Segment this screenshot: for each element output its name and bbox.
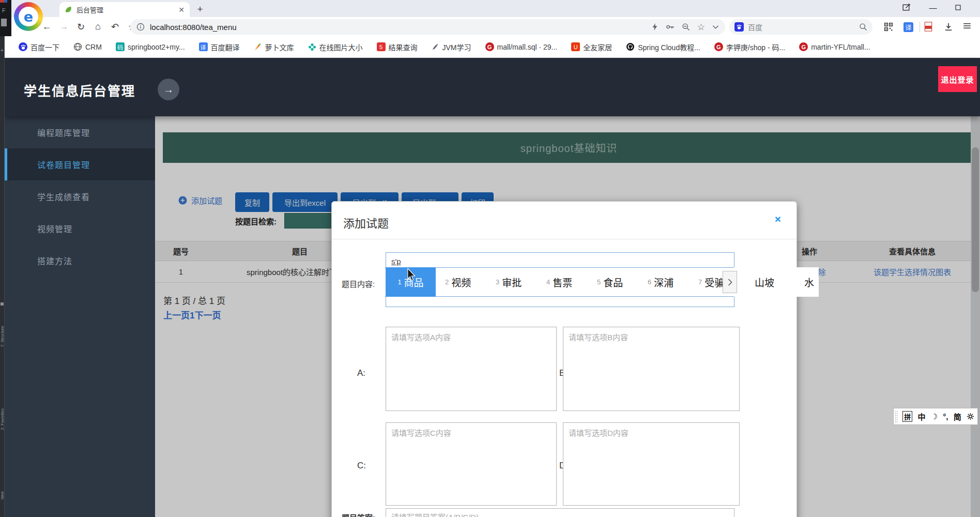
sidebar-item-setup-method[interactable]: 搭建方法 <box>5 245 155 277</box>
minimize-icon[interactable]: — <box>925 1 941 13</box>
ide-plus: + <box>1 48 4 53</box>
ime-settings-gear-icon[interactable] <box>967 413 974 420</box>
tab-close-icon[interactable]: ✕ <box>178 6 185 14</box>
sidebar-toggle-button[interactable]: → <box>158 79 179 100</box>
ide-tab-web[interactable]: Web <box>0 491 5 499</box>
ime-simplified-indicator[interactable]: 简 <box>954 411 961 422</box>
screen: 后台管理 ✕ + — ✕ ← → ↻ ⌂ ↶ ☆ localhost:8080/… <box>0 0 980 517</box>
ime-status-bar: 拼 中 ☽ °, 简 <box>893 408 978 425</box>
globe-icon <box>73 42 82 51</box>
answer-label: 题目答案: <box>342 512 375 517</box>
ide-tab-favorites[interactable]: 2: Favorites <box>0 408 5 430</box>
bookmark-item[interactable]: 5 结果查询 <box>377 42 418 52</box>
bookmark-label: 萝卜文库 <box>265 42 294 52</box>
qr-code-icon[interactable] <box>884 22 893 32</box>
bookmark-item[interactable]: 在线图片大小 <box>308 42 363 52</box>
bookmark-item[interactable]: 百度一下 <box>19 42 59 52</box>
ide-square-icon <box>1 302 4 306</box>
toolbar-divider <box>920 22 920 32</box>
ide-tab-structure[interactable]: 7: Structure <box>0 326 5 347</box>
ime-candidate[interactable]: 3审批 <box>496 267 522 297</box>
zoom-out-icon[interactable] <box>682 23 690 31</box>
forward-icon[interactable]: → <box>55 21 72 32</box>
option-c-textarea[interactable] <box>386 422 557 506</box>
carrot-icon <box>254 43 262 51</box>
bookmark-item[interactable]: 萝卜文库 <box>254 42 294 52</box>
baidu-paw-icon <box>19 42 27 51</box>
ime-candidate-more[interactable]: 水 <box>804 267 814 297</box>
bookmark-item[interactable]: 码 springboot2+my... <box>116 42 185 51</box>
bookmark-item[interactable]: G 李钾庚/shop - 码... <box>714 42 785 52</box>
ime-drag-handle[interactable] <box>895 410 897 423</box>
bookmark-item[interactable]: G mall/mall.sql · 29... <box>485 42 558 51</box>
sidebar-item-video-management[interactable]: 视频管理 <box>5 212 155 245</box>
bookmark-label: CRM <box>85 43 102 51</box>
modal-close-icon[interactable]: × <box>775 213 781 225</box>
close-window-icon[interactable]: ✕ <box>975 1 980 13</box>
ime-fullwidth-moon-icon[interactable]: ☽ <box>931 412 938 421</box>
ime-candidate[interactable]: 7受骗 <box>698 267 724 297</box>
download-icon[interactable] <box>944 22 953 32</box>
tab-title: 后台管理 <box>76 5 174 14</box>
bookmarks-bar: 百度一下 CRM 码 springboot2+my... 译 百度翻译 萝卜文库… <box>5 36 980 58</box>
option-d-textarea[interactable] <box>563 422 740 506</box>
translate-icon[interactable]: 译 <box>904 22 913 32</box>
feedback-icon[interactable] <box>898 1 914 13</box>
ime-chinese-mode[interactable]: 中 <box>917 411 925 422</box>
code-icon: 码 <box>116 42 125 51</box>
bookmark-item[interactable]: CRM <box>73 42 102 51</box>
sidebar-item-exam-questions[interactable]: 试卷题目管理 <box>5 148 155 180</box>
github-icon <box>626 42 635 51</box>
ime-candidate[interactable]: 4售票 <box>546 267 572 297</box>
ime-candidate[interactable]: 5食品 <box>597 267 623 297</box>
url-text[interactable]: localhost:8080/tea_menu <box>150 23 644 32</box>
ide-letter: F <box>2 7 6 13</box>
new-tab-button[interactable]: + <box>193 3 207 16</box>
ime-candidate-more[interactable]: 山坡 <box>755 267 774 297</box>
bookmark-item[interactable]: JVM学习 <box>432 42 471 52</box>
ime-candidate[interactable]: 6深浦 <box>648 267 673 297</box>
bookmark-label: Spring Cloud教程... <box>638 42 700 52</box>
home-icon[interactable]: ⌂ <box>89 21 106 32</box>
menu-icon[interactable] <box>962 21 972 31</box>
search-icon[interactable] <box>859 23 867 31</box>
reload-icon[interactable]: ↻ <box>72 21 89 33</box>
ime-punctuation-mode[interactable]: °, <box>943 412 948 421</box>
browser-tab-bar: 后台管理 ✕ + — ✕ <box>11 0 980 17</box>
option-a-textarea[interactable] <box>386 327 557 411</box>
address-bar[interactable]: localhost:8080/tea_menu ☆ <box>130 19 725 35</box>
sidebar-item-student-scores[interactable]: 学生成绩查看 <box>5 180 155 212</box>
browser-logo[interactable]: e <box>14 2 43 31</box>
ime-next-page-button[interactable] <box>723 271 737 293</box>
maximize-icon[interactable] <box>950 1 966 13</box>
bookmark-item[interactable]: 译 百度翻译 <box>199 42 240 52</box>
answer-input[interactable] <box>386 508 734 517</box>
browser-tab[interactable]: 后台管理 ✕ <box>59 2 190 17</box>
ime-pinyin-indicator[interactable]: 拼 <box>902 411 912 422</box>
ide-window-edge-top: F <box>0 0 11 36</box>
bookmark-label: 结果查询 <box>389 42 418 52</box>
ime-composition-text: s'p <box>391 257 401 266</box>
sidebar-item-program-bank[interactable]: 编程题库管理 <box>5 116 155 148</box>
ide-logo-fragment <box>4 0 7 3</box>
quick-search-box[interactable]: 百度 <box>729 19 872 35</box>
site-info-icon[interactable] <box>136 23 145 31</box>
chevron-down-icon[interactable] <box>712 25 719 29</box>
flash-icon[interactable] <box>651 23 659 31</box>
app-header: 学生信息后台管理 → 退出登录 <box>5 58 980 116</box>
option-b-textarea[interactable] <box>563 327 740 411</box>
bookmark-item[interactable]: U 全友家居 <box>571 42 612 52</box>
bookmark-item[interactable]: G martin-YFL/tmall... <box>799 42 870 51</box>
bookmark-item[interactable]: Spring Cloud教程... <box>626 42 700 52</box>
favorite-star-icon[interactable]: ☆ <box>697 22 705 33</box>
bookmark-label: martin-YFL/tmall... <box>811 43 870 51</box>
restore-icon[interactable]: ↶ <box>106 21 124 33</box>
password-key-icon[interactable] <box>666 23 675 31</box>
mouse-cursor <box>407 268 416 282</box>
ime-candidate[interactable]: 2视频 <box>445 267 471 297</box>
ide-block <box>1 19 7 26</box>
pdf-icon[interactable] <box>924 22 932 32</box>
translate-icon: 译 <box>199 42 208 51</box>
option-a-label: A: <box>357 368 365 378</box>
logout-button[interactable]: 退出登录 <box>938 66 977 92</box>
